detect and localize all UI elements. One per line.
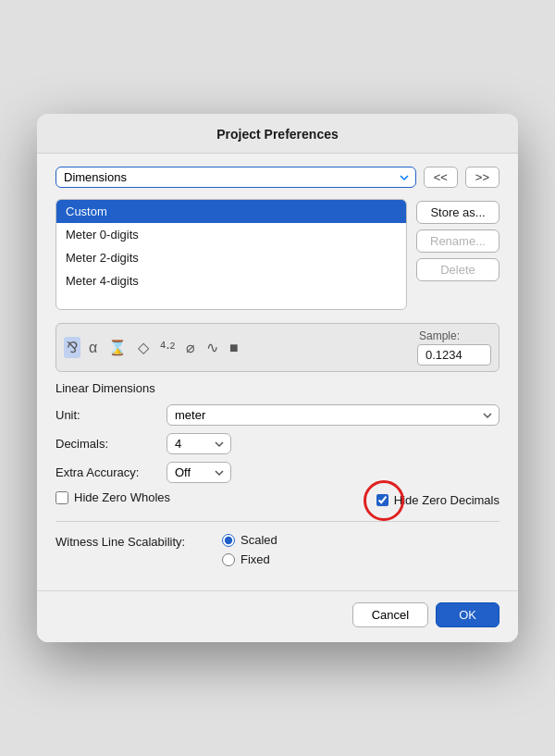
top-row: Dimensions << >>	[56, 167, 500, 188]
unit-label: Unit:	[56, 408, 166, 422]
witness-label: Witness Line Scalability:	[56, 533, 204, 549]
list-item[interactable]: Custom	[56, 200, 406, 223]
dim-style-icon-1[interactable]: ⅋	[64, 337, 80, 358]
scaled-radio[interactable]	[222, 534, 235, 547]
extra-accuracy-control: Off	[166, 462, 500, 483]
linear-section-label: Linear Dimensions	[56, 381, 500, 395]
decimals-row: Decimals: 4	[56, 433, 500, 454]
dialog-title: Project Preferences	[37, 114, 518, 154]
dim-style-icon-6[interactable]: ⌀	[183, 337, 198, 358]
dim-style-icon-5[interactable]: ⁴·²	[157, 337, 178, 358]
decimals-dropdown[interactable]: 4	[166, 433, 231, 454]
scaled-radio-row: Scaled	[222, 533, 278, 547]
ok-button[interactable]: OK	[436, 602, 500, 627]
scaled-label: Scaled	[240, 533, 278, 547]
cancel-button[interactable]: Cancel	[352, 602, 428, 627]
decimals-label: Decimals:	[56, 437, 166, 451]
dim-style-icon-3[interactable]: ⌛	[105, 337, 130, 358]
store-as-button[interactable]: Store as...	[416, 201, 500, 224]
list-area: Custom Meter 0-digits Meter 2-digits Met…	[56, 199, 500, 310]
next-button[interactable]: >>	[465, 167, 500, 188]
fixed-radio[interactable]	[222, 553, 235, 566]
sample-area: Sample: 0.1234	[417, 329, 491, 366]
witness-row: Witness Line Scalability: Scaled Fixed	[56, 533, 500, 566]
category-dropdown[interactable]: Dimensions	[56, 167, 416, 188]
sample-label: Sample:	[419, 329, 460, 342]
extra-accuracy-row: Extra Accuracy: Off	[56, 462, 500, 483]
list-item[interactable]: Meter 4-digits	[56, 269, 406, 292]
hide-zero-decimals-checkbox[interactable]	[376, 494, 388, 506]
list-item[interactable]: Meter 0-digits	[56, 223, 406, 246]
dim-style-icon-8[interactable]: ■	[227, 338, 241, 358]
hide-zero-wholes-label: Hide Zero Wholes	[74, 490, 170, 504]
unit-row: Unit: meter	[56, 404, 500, 426]
hide-zero-decimals-row: Hide Zero Decimals	[376, 493, 500, 507]
presets-list: Custom Meter 0-digits Meter 2-digits Met…	[56, 199, 407, 310]
toolbar-row: ⅋ α ⌛ ◇ ⁴·² ⌀ ∿ ■ Sample: 0.1234	[56, 323, 500, 372]
unit-control: meter	[166, 404, 500, 426]
prev-button[interactable]: <<	[424, 167, 458, 188]
hide-zero-decimals-label: Hide Zero Decimals	[394, 493, 500, 507]
extra-accuracy-dropdown[interactable]: Off	[166, 462, 231, 483]
witness-radio-group: Scaled Fixed	[222, 533, 278, 566]
rename-button[interactable]: Rename...	[416, 229, 500, 253]
extra-accuracy-label: Extra Accuracy:	[56, 465, 166, 479]
divider	[56, 521, 500, 522]
dim-style-icon-4[interactable]: ◇	[135, 337, 152, 358]
unit-dropdown[interactable]: meter	[166, 404, 500, 426]
list-action-buttons: Store as... Rename... Delete	[416, 199, 500, 310]
hide-zero-wholes-checkbox[interactable]	[56, 491, 68, 504]
list-item[interactable]: Meter 2-digits	[56, 246, 406, 269]
sample-value: 0.1234	[417, 344, 491, 366]
fixed-radio-row: Fixed	[222, 552, 278, 566]
decimals-control: 4	[166, 433, 500, 454]
delete-button[interactable]: Delete	[416, 258, 500, 281]
dim-style-icon-2[interactable]: α	[86, 338, 100, 358]
dim-style-icon-7[interactable]: ∿	[204, 337, 221, 358]
footer-buttons: Cancel OK	[37, 590, 518, 642]
fixed-label: Fixed	[240, 552, 270, 566]
project-preferences-dialog: Project Preferences Dimensions << >> Cus…	[37, 114, 518, 642]
hide-zero-wholes-row: Hide Zero Wholes	[56, 490, 376, 504]
